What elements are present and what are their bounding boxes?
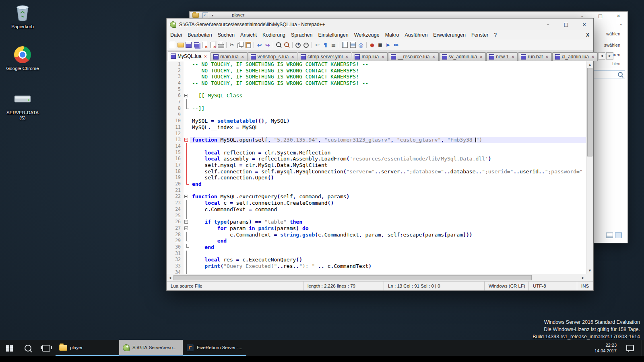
tab-close-icon[interactable] (241, 54, 245, 60)
show-desktop-button[interactable] (642, 340, 644, 356)
vertical-scroll-thumb[interactable] (587, 68, 592, 156)
desktop-icon-recycle-bin[interactable]: Papierkorb (3, 3, 42, 29)
code-line[interactable]: 12 (167, 131, 586, 137)
fold-toggle-icon[interactable] (184, 137, 190, 143)
menu-item-fenster[interactable]: Fenster (469, 31, 491, 39)
minimize-button[interactable]: – (539, 19, 557, 30)
action-center-button[interactable] (621, 340, 639, 356)
ribbon-fragment[interactable]: hlen (612, 61, 620, 66)
fold-toggle-icon[interactable] (184, 225, 190, 232)
code-line[interactable]: 14 (167, 143, 586, 150)
start-button[interactable] (0, 340, 19, 356)
close-button[interactable]: × (609, 12, 627, 20)
tab-citmp-server-yml[interactable]: citmp-server.yml (298, 52, 351, 61)
scroll-down-icon[interactable]: ▼ (586, 267, 593, 274)
ribbon-fragment[interactable]: swählen (604, 43, 620, 47)
menu-item-sprachen[interactable]: Sprachen (288, 31, 316, 39)
tab-close-icon[interactable] (591, 54, 595, 60)
cut-icon[interactable] (228, 41, 236, 49)
save-all-icon[interactable] (193, 41, 200, 49)
code-line[interactable]: 4-- NO TOUCHY, IF SOMETHING IS WRONG CON… (167, 80, 586, 86)
save-icon[interactable] (185, 41, 192, 49)
code-line[interactable]: 25 (167, 213, 586, 219)
code-line[interactable]: 28 c.CommandText = string.gsub(c.Command… (167, 232, 586, 238)
code-line[interactable]: 8--]] (167, 105, 586, 112)
redo-icon[interactable] (264, 41, 271, 49)
horizontal-scroll-thumb[interactable] (173, 275, 532, 280)
title-bar[interactable]: S:\GTA-Server\resources\essentialmode\li… (167, 19, 593, 30)
new-file-icon[interactable] (169, 41, 176, 49)
menu-item-makro[interactable]: Makro (382, 31, 402, 39)
paste-icon[interactable] (244, 41, 252, 49)
code-line[interactable]: 13function MySQL.open(self, "5.230.135.9… (167, 137, 586, 143)
menu-item-datei[interactable]: Datei (167, 31, 185, 39)
code-line[interactable]: 32 local res = c.ExecuteNonQuery() (167, 257, 586, 263)
status-encoding[interactable]: UTF-8 (529, 282, 577, 290)
taskbar-app-notepadpp[interactable]: S:\GTA-Server\reso... (119, 340, 183, 356)
taskbar-app-player[interactable]: player (56, 340, 119, 356)
code-line[interactable]: 1-- NO TOUCHY, IF SOMETHING IS WRONG CON… (167, 61, 586, 68)
tab-scroll-left-icon[interactable]: ◀ (598, 52, 605, 60)
fold-toggle-icon[interactable] (184, 219, 190, 225)
details-view-icon[interactable] (606, 232, 613, 238)
open-file-icon[interactable] (177, 41, 184, 49)
horizontal-scrollbar[interactable]: ◀ ▶ (167, 274, 593, 281)
tab-close-icon[interactable] (345, 54, 349, 60)
tab-map-lua[interactable]: map.lua (352, 52, 388, 61)
tab-close-icon[interactable] (203, 53, 207, 59)
tab-close-icon[interactable] (511, 54, 515, 60)
find-icon[interactable] (275, 41, 283, 49)
fold-toggle-icon[interactable] (184, 93, 190, 99)
document-map-icon[interactable] (341, 41, 349, 49)
tab-close-icon[interactable] (479, 54, 483, 60)
monitoring-icon[interactable] (357, 41, 365, 49)
menu-item-erweiterungen[interactable]: Erweiterungen (430, 31, 469, 39)
macro-multi-run-icon[interactable] (392, 41, 400, 49)
tab---resource-lua[interactable]: __resource.lua (388, 52, 438, 61)
tab-close-icon[interactable] (432, 54, 436, 60)
code-line[interactable]: 24 c.CommandText = command (167, 206, 586, 213)
menu-item-kodierung[interactable]: Kodierung (260, 31, 288, 39)
horizontal-scroll-track[interactable] (173, 274, 580, 281)
menu-item-ausfhren[interactable]: Ausführen (402, 31, 430, 39)
copy-icon[interactable] (236, 41, 244, 49)
code-line[interactable]: 31 (167, 251, 586, 257)
macro-play-icon[interactable] (384, 41, 392, 49)
code-line[interactable]: 11MySQL.__index = MySQL (167, 124, 586, 131)
tab-main-lua[interactable]: main.lua (211, 52, 247, 61)
zoom-in-icon[interactable] (294, 41, 302, 49)
menu-item-einstellungen[interactable]: Einstellungen (316, 31, 351, 39)
close-file-icon[interactable] (201, 41, 208, 49)
menu-close-button[interactable]: X (586, 32, 593, 38)
fold-toggle-icon[interactable] (184, 193, 190, 200)
menu-item-bearbeiten[interactable]: Bearbeiten (185, 31, 215, 39)
word-wrap-icon[interactable] (314, 41, 321, 49)
status-insert-mode[interactable]: INS (577, 282, 593, 290)
chevron-down-icon[interactable]: ▾ (212, 14, 213, 17)
code-line[interactable]: 15 local reflection = clr.System.Reflect… (167, 150, 586, 156)
code-line[interactable]: 30 end (167, 244, 586, 251)
zoom-out-icon[interactable] (302, 41, 310, 49)
taskbar-search-button[interactable] (19, 340, 37, 356)
code-line[interactable]: 26 if type(params) == "table" then (167, 219, 586, 225)
vertical-scrollbar[interactable]: ▲ ▼ (586, 61, 593, 274)
show-all-characters-icon[interactable] (322, 41, 329, 49)
menu-item-ansicht[interactable]: Ansicht (237, 31, 260, 39)
tab-run-bat[interactable]: run.bat (518, 52, 551, 61)
ribbon-collapse-icon[interactable]: ^ (619, 24, 623, 28)
maximize-button[interactable]: □ (591, 12, 609, 20)
code-line[interactable]: 18 self.connection = self.mysql.MySqlCon… (167, 169, 586, 175)
close-button[interactable]: × (575, 19, 593, 30)
indent-guide-icon[interactable] (330, 41, 337, 49)
thumbnails-view-icon[interactable] (615, 232, 622, 238)
tab-close-icon[interactable] (545, 54, 549, 60)
code-line[interactable]: 27 for param in pairs(params) do (167, 225, 586, 232)
explorer-search-box[interactable] (590, 70, 625, 78)
menu-item-suchen[interactable]: Suchen (215, 31, 237, 39)
macro-stop-icon[interactable] (376, 41, 384, 49)
vertical-scroll-track[interactable] (586, 68, 593, 267)
replace-icon[interactable] (283, 41, 291, 49)
code-line[interactable]: 16 local assembly = reflection.Assembly.… (167, 156, 586, 162)
print-icon[interactable] (217, 41, 225, 49)
code-line[interactable]: 21 (167, 187, 586, 194)
